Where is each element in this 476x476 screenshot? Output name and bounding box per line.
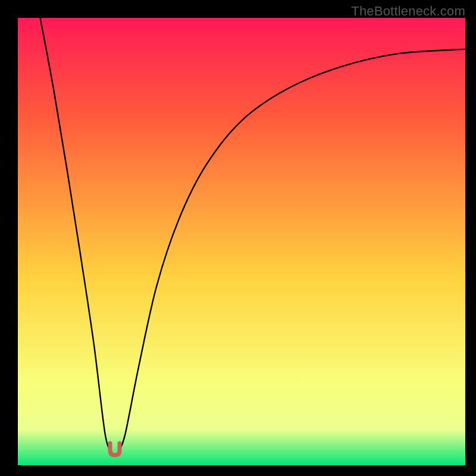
u-marker-icon: [110, 443, 120, 455]
plot-area: [18, 18, 465, 465]
watermark-text: TheBottleneck.com: [351, 4, 465, 19]
chart-frame: TheBottleneck.com: [0, 0, 476, 476]
curve-left: [40, 18, 112, 452]
curve-right: [118, 49, 465, 452]
bottleneck-curve: [18, 18, 465, 465]
dip-marker: [107, 441, 123, 458]
